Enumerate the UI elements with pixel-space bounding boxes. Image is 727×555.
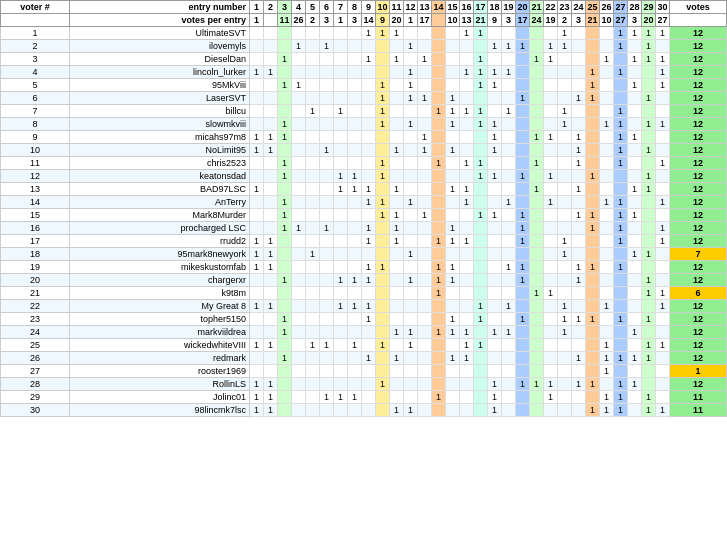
vote-cell — [403, 300, 417, 313]
vote-cell — [599, 378, 613, 391]
vote-cell: 1 — [403, 66, 417, 79]
vote-cell — [291, 261, 305, 274]
vote-cell — [585, 27, 599, 40]
vote-cell — [543, 300, 557, 313]
vote-cell: 1 — [529, 131, 543, 144]
vote-cell — [361, 404, 375, 417]
vote-cell: 1 — [515, 170, 529, 183]
vote-cell — [291, 183, 305, 196]
vote-cell — [375, 404, 389, 417]
vote-cell — [361, 157, 375, 170]
vote-cell — [641, 66, 655, 79]
voter-number: 27 — [1, 365, 70, 378]
vote-cell: 1 — [473, 209, 487, 222]
vote-cell — [459, 79, 473, 92]
vote-cell — [333, 40, 347, 53]
vote-cell — [361, 365, 375, 378]
voter-name: markviildrea — [70, 326, 250, 339]
vote-cell — [319, 157, 333, 170]
vote-cell — [417, 248, 431, 261]
vote-cell — [473, 222, 487, 235]
vote-cell — [585, 365, 599, 378]
vote-cell: 1 — [375, 27, 389, 40]
vote-cell — [319, 196, 333, 209]
vote-cell — [249, 196, 263, 209]
table-row: 20chargerxr111111111112 — [1, 274, 727, 287]
vote-cell — [375, 40, 389, 53]
vote-cell — [305, 183, 319, 196]
vote-cell — [263, 287, 277, 300]
vote-cell — [389, 378, 403, 391]
vote-cell — [571, 287, 585, 300]
vote-cell — [445, 339, 459, 352]
vote-cell: 1 — [641, 248, 655, 261]
vote-cell: 1 — [277, 53, 291, 66]
voter-total: 12 — [669, 118, 726, 131]
vote-cell — [263, 118, 277, 131]
vote-cell: 1 — [641, 27, 655, 40]
vote-cell — [585, 53, 599, 66]
vote-cell — [459, 365, 473, 378]
voter-total: 12 — [669, 274, 726, 287]
vote-cell: 1 — [417, 131, 431, 144]
vote-cell: 1 — [403, 274, 417, 287]
vote-cell — [389, 131, 403, 144]
vote-cell — [557, 131, 571, 144]
entry-num-26: 26 — [599, 1, 613, 14]
vote-cell — [305, 404, 319, 417]
vote-cell — [641, 105, 655, 118]
vote-cell: 1 — [277, 118, 291, 131]
vote-cell: 1 — [375, 209, 389, 222]
vote-cell: 1 — [599, 352, 613, 365]
vote-cell: 1 — [655, 79, 669, 92]
vote-cell — [417, 157, 431, 170]
vote-cell — [263, 326, 277, 339]
vote-cell: 1 — [543, 53, 557, 66]
vote-cell: 1 — [431, 326, 445, 339]
vote-cell — [529, 92, 543, 105]
vote-cell — [263, 183, 277, 196]
vote-cell — [599, 326, 613, 339]
vote-cell — [403, 27, 417, 40]
vote-cell — [641, 222, 655, 235]
vote-cell: 1 — [347, 170, 361, 183]
table-row: 7billcu111111111112 — [1, 105, 727, 118]
vote-cell: 1 — [417, 53, 431, 66]
vote-cell — [459, 92, 473, 105]
vote-cell — [333, 313, 347, 326]
entry-num-12: 12 — [403, 1, 417, 14]
vote-cell: 1 — [403, 248, 417, 261]
vote-cell: 1 — [487, 79, 501, 92]
vote-cell — [291, 131, 305, 144]
vote-cell: 1 — [627, 352, 641, 365]
vote-cell: 1 — [263, 248, 277, 261]
vote-cell — [403, 365, 417, 378]
voting-table: voter #entry number123456789101112131415… — [0, 0, 727, 417]
vote-cell: 1 — [515, 235, 529, 248]
vote-cell — [445, 209, 459, 222]
vote-cell — [277, 378, 291, 391]
vote-cell — [641, 157, 655, 170]
vote-cell — [333, 27, 347, 40]
vote-cell — [375, 274, 389, 287]
vote-cell — [529, 196, 543, 209]
voter-total: 12 — [669, 209, 726, 222]
vote-cell: 1 — [403, 118, 417, 131]
vote-cell — [543, 79, 557, 92]
vote-cell: 1 — [571, 261, 585, 274]
vote-cell — [613, 365, 627, 378]
vote-cell — [655, 209, 669, 222]
vote-cell — [347, 40, 361, 53]
voter-number: 6 — [1, 92, 70, 105]
vote-cell — [515, 339, 529, 352]
vote-cell — [473, 404, 487, 417]
vote-cell — [375, 183, 389, 196]
voter-total: 6 — [669, 287, 726, 300]
vote-cell: 1 — [529, 287, 543, 300]
vote-cell — [641, 300, 655, 313]
voter-name: rrudd2 — [70, 235, 250, 248]
vote-cell: 1 — [305, 248, 319, 261]
vote-cell — [319, 326, 333, 339]
vote-cell: 1 — [627, 27, 641, 40]
vote-cell — [515, 404, 529, 417]
